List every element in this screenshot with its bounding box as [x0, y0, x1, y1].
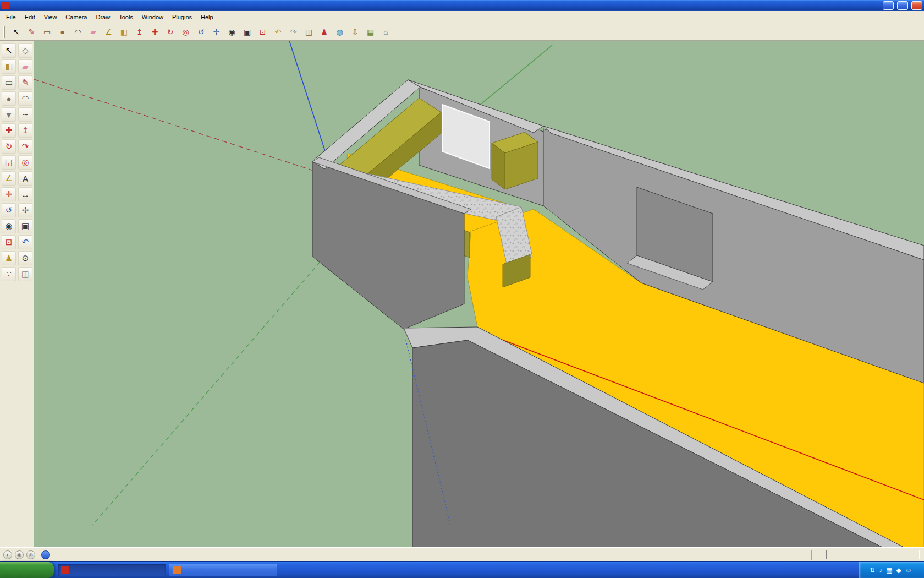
credit-icon[interactable]: ◉ — [15, 550, 24, 559]
sketchup-task-icon — [61, 566, 69, 574]
status-bar: ◐◉◎ — [0, 547, 924, 561]
scale-tool-icon[interactable]: ◱ — [2, 155, 16, 170]
rotate-tool-icon[interactable]: ↻ — [163, 25, 177, 39]
circle-tool-icon[interactable]: ● — [56, 25, 69, 39]
title-bar — [0, 0, 924, 11]
menu-plugins[interactable]: Plugins — [168, 12, 196, 22]
sketchup-app-icon — [2, 2, 9, 9]
measurements-input[interactable] — [826, 550, 920, 559]
offset-tool-icon[interactable]: ◎ — [18, 155, 32, 170]
push-pull-tool-icon[interactable]: ↥ — [133, 25, 146, 39]
circle-tool-icon[interactable]: ● — [2, 91, 16, 106]
menu-bar: FileEditViewCameraDrawToolsWindowPlugins… — [0, 11, 924, 23]
section-plane-icon[interactable]: ◫ — [302, 25, 316, 39]
toolbar-grip — [3, 26, 5, 38]
previous-view-icon[interactable]: ↶ — [271, 25, 285, 39]
menu-edit[interactable]: Edit — [20, 12, 40, 22]
network-icon[interactable]: ⇅ — [870, 567, 875, 574]
menu-draw[interactable]: Draw — [91, 12, 114, 22]
walk-tool-icon[interactable]: ∵ — [2, 267, 16, 281]
antivirus-icon[interactable]: ◆ — [897, 567, 901, 574]
3d-viewport[interactable] — [34, 41, 924, 547]
geo-location-icon[interactable]: ◐ — [3, 550, 12, 559]
axes-tool-icon[interactable]: ✛ — [2, 187, 16, 201]
zoom-window-icon[interactable]: ▣ — [18, 219, 32, 233]
zoom-tool-icon[interactable]: ◉ — [2, 219, 16, 233]
pan-tool-icon[interactable]: ✢ — [210, 25, 223, 39]
help-icon[interactable] — [41, 550, 50, 559]
system-tray: ⇅♪▦◆☺ — [859, 562, 924, 578]
menu-camera[interactable]: Camera — [61, 12, 91, 22]
tool-palette: ↖◇◧▰▭✎●◠▼∼✚↥↻↷◱◎∠A✛↔↺✢◉▣⊡↶♟⊙∵◫ — [0, 41, 34, 547]
volume-icon[interactable]: ♪ — [879, 567, 882, 574]
arc-tool-icon[interactable]: ◠ — [71, 25, 85, 39]
previous-view-icon[interactable]: ↶ — [18, 235, 32, 249]
sign-in-icon[interactable]: ◎ — [26, 550, 35, 559]
browser-task-icon — [173, 566, 181, 574]
zoom-tool-icon[interactable]: ◉ — [225, 25, 239, 39]
menu-tools[interactable]: Tools — [114, 12, 138, 22]
rectangle-tool-icon[interactable]: ▭ — [40, 25, 54, 39]
google-earth-icon[interactable]: ◍ — [333, 25, 346, 39]
push-pull-tool-icon[interactable]: ↥ — [18, 123, 32, 138]
messenger-icon[interactable]: ☺ — [905, 567, 912, 574]
taskbar-task-octane-forum[interactable] — [169, 564, 277, 576]
line-tool-icon[interactable]: ✎ — [18, 75, 32, 90]
menu-help[interactable]: Help — [196, 12, 218, 22]
close-button[interactable] — [911, 1, 922, 10]
add-location-icon[interactable]: ♟ — [317, 25, 331, 39]
pan-tool-icon[interactable]: ✢ — [18, 203, 32, 217]
paint-bucket-icon[interactable]: ◧ — [2, 59, 16, 74]
make-component-icon[interactable]: ◇ — [18, 43, 32, 58]
line-tool-icon[interactable]: ✎ — [25, 25, 38, 39]
eraser-icon[interactable]: ▰ — [18, 59, 32, 74]
move-tool-icon[interactable]: ✚ — [2, 123, 16, 138]
orbit-tool-icon[interactable]: ↺ — [194, 25, 208, 39]
get-current-view-icon[interactable]: ⇩ — [348, 25, 362, 39]
rectangle-tool-icon[interactable]: ▭ — [2, 75, 16, 90]
menu-file[interactable]: File — [2, 12, 20, 22]
dimension-tool-icon[interactable]: ↔ — [18, 187, 32, 201]
offset-tool-icon[interactable]: ◎ — [179, 25, 193, 39]
rotate-tool-icon[interactable]: ↻ — [2, 139, 16, 154]
look-around-icon[interactable]: ⊙ — [18, 251, 32, 265]
next-view-icon[interactable]: ↷ — [287, 25, 300, 39]
select-tool-icon[interactable]: ↖ — [2, 43, 16, 58]
tape-measure-icon[interactable]: ∠ — [102, 25, 116, 39]
move-tool-icon[interactable]: ✚ — [148, 25, 162, 39]
position-camera-icon[interactable]: ♟ — [2, 251, 16, 265]
main-toolbar: ↖✎▭●◠▰∠◧↥✚↻◎↺✢◉▣⊡↶↷◫♟◍⇩▦⌂ — [0, 23, 924, 41]
section-plane-icon[interactable]: ◫ — [18, 267, 32, 281]
place-model-icon[interactable]: ⌂ — [379, 25, 393, 39]
follow-me-tool-icon[interactable]: ↷ — [18, 139, 32, 154]
zoom-window-icon[interactable]: ▣ — [240, 25, 254, 39]
status-divider — [811, 550, 812, 560]
polygon-tool-icon[interactable]: ▼ — [2, 107, 16, 122]
zoom-extents-icon[interactable]: ⊡ — [2, 235, 16, 249]
taskbar: ⇅♪▦◆☺ — [0, 561, 924, 578]
zoom-extents-icon[interactable]: ⊡ — [256, 25, 270, 39]
text-tool-icon[interactable]: A — [18, 171, 32, 186]
arc-tool-icon[interactable]: ◠ — [18, 91, 32, 106]
eraser-icon[interactable]: ▰ — [86, 25, 100, 39]
viewport-panel — [34, 41, 924, 547]
taskbar-task-sketchup[interactable] — [58, 564, 166, 576]
start-button[interactable] — [0, 562, 54, 578]
display-icon[interactable]: ▦ — [886, 567, 892, 574]
paint-bucket-icon[interactable]: ◧ — [117, 25, 131, 39]
menu-view[interactable]: View — [40, 12, 62, 22]
maximize-button[interactable] — [897, 1, 908, 10]
minimize-button[interactable] — [883, 1, 894, 10]
tape-measure-icon[interactable]: ∠ — [2, 171, 16, 186]
select-tool-icon[interactable]: ↖ — [9, 25, 23, 39]
orbit-tool-icon[interactable]: ↺ — [2, 203, 16, 217]
freehand-tool-icon[interactable]: ∼ — [18, 107, 32, 122]
toggle-terrain-icon[interactable]: ▦ — [364, 25, 377, 39]
main-area: ↖◇◧▰▭✎●◠▼∼✚↥↻↷◱◎∠A✛↔↺✢◉▣⊡↶♟⊙∵◫ — [0, 41, 924, 547]
menu-window[interactable]: Window — [138, 12, 168, 22]
